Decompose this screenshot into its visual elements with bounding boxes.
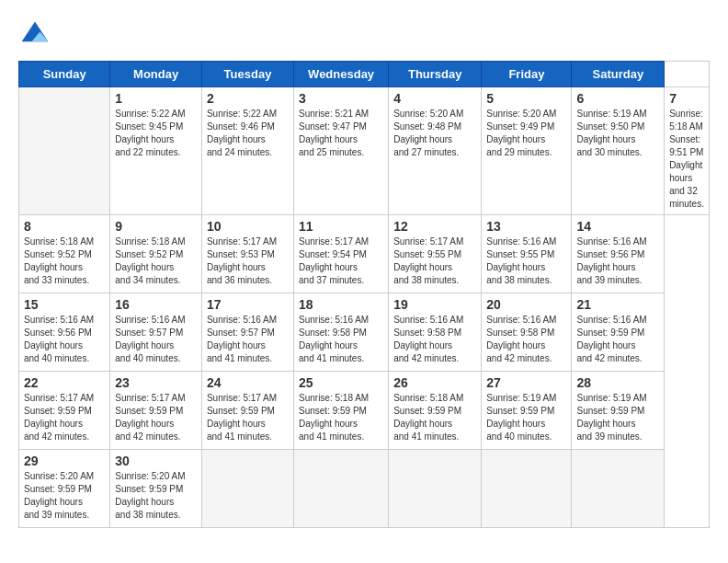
day-number: 16 xyxy=(115,297,197,312)
day-info: Sunrise: 5:18 AM Sunset: 9:51 PM Dayligh… xyxy=(669,108,704,211)
calendar-week-4: 29 Sunrise: 5:20 AM Sunset: 9:59 PM Dayl… xyxy=(19,450,710,528)
header-day-thursday: Thursday xyxy=(389,62,482,87)
day-info: Sunrise: 5:16 AM Sunset: 9:58 PM Dayligh… xyxy=(486,314,566,365)
day-number: 12 xyxy=(393,219,476,234)
day-info: Sunrise: 5:18 AM Sunset: 9:52 PM Dayligh… xyxy=(24,236,105,287)
header-day-tuesday: Tuesday xyxy=(201,62,293,87)
day-info: Sunrise: 5:19 AM Sunset: 9:50 PM Dayligh… xyxy=(576,108,659,159)
calendar-cell: 17 Sunrise: 5:16 AM Sunset: 9:57 PM Dayl… xyxy=(201,293,293,372)
calendar-cell: 27 Sunrise: 5:19 AM Sunset: 9:59 PM Dayl… xyxy=(482,372,572,450)
day-number: 27 xyxy=(486,375,566,390)
day-number: 21 xyxy=(576,297,659,312)
day-number: 24 xyxy=(207,375,289,390)
day-info: Sunrise: 5:19 AM Sunset: 9:59 PM Dayligh… xyxy=(576,392,659,443)
day-number: 25 xyxy=(299,375,383,390)
day-number: 11 xyxy=(299,219,383,234)
day-number: 3 xyxy=(299,91,383,106)
logo-icon xyxy=(18,18,51,52)
day-info: Sunrise: 5:16 AM Sunset: 9:55 PM Dayligh… xyxy=(486,236,566,287)
calendar-cell: 28 Sunrise: 5:19 AM Sunset: 9:59 PM Dayl… xyxy=(572,372,665,450)
calendar-cell: 3 Sunrise: 5:21 AM Sunset: 9:47 PM Dayli… xyxy=(294,87,389,215)
calendar-cell: 25 Sunrise: 5:18 AM Sunset: 9:59 PM Dayl… xyxy=(294,372,389,450)
day-info: Sunrise: 5:16 AM Sunset: 9:57 PM Dayligh… xyxy=(207,314,289,365)
calendar-cell: 15 Sunrise: 5:16 AM Sunset: 9:56 PM Dayl… xyxy=(19,293,110,372)
day-number: 26 xyxy=(393,375,476,390)
day-info: Sunrise: 5:16 AM Sunset: 9:58 PM Dayligh… xyxy=(299,314,383,365)
calendar-week-2: 15 Sunrise: 5:16 AM Sunset: 9:56 PM Dayl… xyxy=(19,293,710,372)
calendar-cell xyxy=(389,450,482,528)
day-info: Sunrise: 5:16 AM Sunset: 9:58 PM Dayligh… xyxy=(393,314,476,365)
calendar-header-row: SundayMondayTuesdayWednesdayThursdayFrid… xyxy=(19,62,710,87)
calendar-cell: 6 Sunrise: 5:19 AM Sunset: 9:50 PM Dayli… xyxy=(572,87,665,215)
calendar-cell xyxy=(572,450,665,528)
calendar-cell: 1 Sunrise: 5:22 AM Sunset: 9:45 PM Dayli… xyxy=(110,87,202,215)
calendar-cell: 29 Sunrise: 5:20 AM Sunset: 9:59 PM Dayl… xyxy=(19,450,110,528)
day-number: 2 xyxy=(207,91,289,106)
day-number: 4 xyxy=(393,91,476,106)
day-info: Sunrise: 5:16 AM Sunset: 9:56 PM Dayligh… xyxy=(576,236,659,287)
calendar-cell: 16 Sunrise: 5:16 AM Sunset: 9:57 PM Dayl… xyxy=(110,293,202,372)
calendar-cell xyxy=(482,450,572,528)
day-number: 15 xyxy=(24,297,105,312)
day-number: 8 xyxy=(24,219,105,234)
calendar-cell: 9 Sunrise: 5:18 AM Sunset: 9:52 PM Dayli… xyxy=(110,215,202,293)
calendar-cell: 18 Sunrise: 5:16 AM Sunset: 9:58 PM Dayl… xyxy=(294,293,389,372)
calendar-cell: 22 Sunrise: 5:17 AM Sunset: 9:59 PM Dayl… xyxy=(19,372,110,450)
day-number: 10 xyxy=(207,219,289,234)
calendar-cell xyxy=(201,450,293,528)
calendar-table: SundayMondayTuesdayWednesdayThursdayFrid… xyxy=(18,61,710,528)
day-info: Sunrise: 5:20 AM Sunset: 9:59 PM Dayligh… xyxy=(115,470,197,522)
calendar-week-1: 8 Sunrise: 5:18 AM Sunset: 9:52 PM Dayli… xyxy=(19,215,710,293)
day-number: 22 xyxy=(24,375,105,390)
calendar-cell: 8 Sunrise: 5:18 AM Sunset: 9:52 PM Dayli… xyxy=(19,215,110,293)
day-info: Sunrise: 5:17 AM Sunset: 9:53 PM Dayligh… xyxy=(207,236,289,287)
page-header xyxy=(18,18,710,52)
day-number: 6 xyxy=(576,91,659,106)
day-number: 20 xyxy=(486,297,566,312)
calendar-cell: 24 Sunrise: 5:17 AM Sunset: 9:59 PM Dayl… xyxy=(201,372,293,450)
day-number: 28 xyxy=(576,375,659,390)
day-info: Sunrise: 5:16 AM Sunset: 9:56 PM Dayligh… xyxy=(24,314,105,365)
calendar-cell: 13 Sunrise: 5:16 AM Sunset: 9:55 PM Dayl… xyxy=(482,215,572,293)
calendar-cell: 4 Sunrise: 5:20 AM Sunset: 9:48 PM Dayli… xyxy=(389,87,482,215)
day-number: 30 xyxy=(115,454,197,468)
day-info: Sunrise: 5:16 AM Sunset: 9:57 PM Dayligh… xyxy=(115,314,197,365)
day-info: Sunrise: 5:17 AM Sunset: 9:59 PM Dayligh… xyxy=(207,392,289,443)
day-info: Sunrise: 5:17 AM Sunset: 9:54 PM Dayligh… xyxy=(299,236,383,287)
day-number: 13 xyxy=(486,219,566,234)
day-info: Sunrise: 5:20 AM Sunset: 9:49 PM Dayligh… xyxy=(486,108,566,159)
day-info: Sunrise: 5:22 AM Sunset: 9:45 PM Dayligh… xyxy=(115,108,197,159)
header-day-saturday: Saturday xyxy=(572,62,665,87)
calendar-cell: 19 Sunrise: 5:16 AM Sunset: 9:58 PM Dayl… xyxy=(389,293,482,372)
day-number: 1 xyxy=(115,91,197,106)
day-info: Sunrise: 5:18 AM Sunset: 9:59 PM Dayligh… xyxy=(299,392,383,443)
calendar-cell: 11 Sunrise: 5:17 AM Sunset: 9:54 PM Dayl… xyxy=(294,215,389,293)
day-number: 9 xyxy=(115,219,197,234)
day-number: 19 xyxy=(393,297,476,312)
calendar-cell: 5 Sunrise: 5:20 AM Sunset: 9:49 PM Dayli… xyxy=(482,87,572,215)
calendar-cell xyxy=(294,450,389,528)
day-number: 17 xyxy=(207,297,289,312)
calendar-cell xyxy=(19,87,110,215)
calendar-cell: 2 Sunrise: 5:22 AM Sunset: 9:46 PM Dayli… xyxy=(201,87,293,215)
day-info: Sunrise: 5:20 AM Sunset: 9:48 PM Dayligh… xyxy=(393,108,476,159)
day-info: Sunrise: 5:17 AM Sunset: 9:59 PM Dayligh… xyxy=(115,392,197,443)
calendar-cell: 20 Sunrise: 5:16 AM Sunset: 9:58 PM Dayl… xyxy=(482,293,572,372)
calendar-cell: 14 Sunrise: 5:16 AM Sunset: 9:56 PM Dayl… xyxy=(572,215,665,293)
day-info: Sunrise: 5:17 AM Sunset: 9:55 PM Dayligh… xyxy=(393,236,476,287)
day-info: Sunrise: 5:22 AM Sunset: 9:46 PM Dayligh… xyxy=(207,108,289,159)
header-day-friday: Friday xyxy=(482,62,572,87)
logo xyxy=(18,18,55,52)
header-day-monday: Monday xyxy=(110,62,202,87)
calendar-cell: 7 Sunrise: 5:18 AM Sunset: 9:51 PM Dayli… xyxy=(665,87,710,215)
calendar-week-3: 22 Sunrise: 5:17 AM Sunset: 9:59 PM Dayl… xyxy=(19,372,710,450)
day-info: Sunrise: 5:18 AM Sunset: 9:59 PM Dayligh… xyxy=(393,392,476,443)
header-day-sunday: Sunday xyxy=(19,62,110,87)
day-info: Sunrise: 5:19 AM Sunset: 9:59 PM Dayligh… xyxy=(486,392,566,443)
calendar-cell: 12 Sunrise: 5:17 AM Sunset: 9:55 PM Dayl… xyxy=(389,215,482,293)
day-number: 29 xyxy=(24,454,105,468)
calendar-cell: 30 Sunrise: 5:20 AM Sunset: 9:59 PM Dayl… xyxy=(110,450,202,528)
day-number: 18 xyxy=(299,297,383,312)
day-info: Sunrise: 5:21 AM Sunset: 9:47 PM Dayligh… xyxy=(299,108,383,159)
day-number: 23 xyxy=(115,375,197,390)
